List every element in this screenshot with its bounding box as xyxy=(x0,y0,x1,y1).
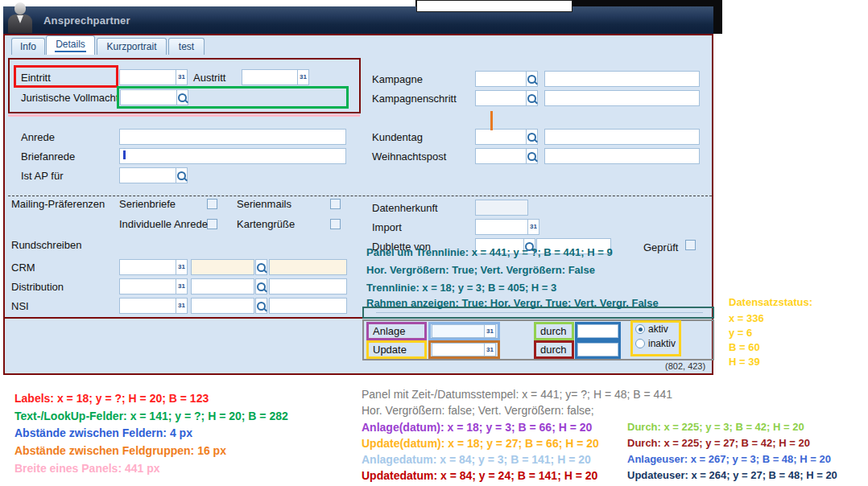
crm-lookup-button[interactable] xyxy=(255,259,267,275)
aktiv-label: aktiv xyxy=(648,323,668,336)
import-label: Import xyxy=(372,221,402,233)
kampagnenschritt-label: Kampagnenschritt xyxy=(372,93,457,105)
geprueft-checkbox[interactable] xyxy=(685,240,696,250)
annotation-trennlinie: Trennlinie: x = 18; y = 3; B = 405; H = … xyxy=(366,282,556,294)
eintritt-date-field[interactable] xyxy=(119,69,176,85)
magnifier-icon xyxy=(257,302,266,311)
weihnachtspost-lookup-button[interactable] xyxy=(526,148,538,164)
rundschreiben-label: Rundschreiben xyxy=(11,239,81,251)
geprueft-label: Geprüft xyxy=(643,241,678,253)
nsi-date-field[interactable] xyxy=(119,298,176,314)
kampagnenschritt-text-field[interactable] xyxy=(544,90,700,106)
weihnachtspost-lookup-field[interactable] xyxy=(475,148,527,164)
inaktiv-label: inaktiv xyxy=(648,338,676,350)
anlageuser-field[interactable] xyxy=(577,324,618,338)
orange-marker xyxy=(490,111,493,130)
aktiv-radio[interactable] xyxy=(635,324,645,334)
pink-divider xyxy=(8,114,360,117)
kartengruesse-checkbox[interactable] xyxy=(330,219,341,229)
durch-1-label: durch xyxy=(540,325,567,337)
magnifier-icon xyxy=(527,94,536,103)
tab-test[interactable]: test xyxy=(168,38,205,55)
updatedatum-field[interactable] xyxy=(432,343,485,356)
magnifier-icon xyxy=(178,93,187,102)
nsi-calendar-button[interactable]: 31 xyxy=(176,298,188,314)
datenherkunft-field[interactable] xyxy=(475,200,528,216)
crm-field-2[interactable] xyxy=(191,259,254,275)
tab-info-label: Info xyxy=(20,41,36,52)
anrede-label: Anrede xyxy=(21,131,55,143)
crm-calendar-button[interactable]: 31 xyxy=(176,259,188,275)
annotation-update-datum-geometry: Update(datum): x = 18; y = 27; B = 66; H… xyxy=(362,437,599,450)
tab-details-label: Details xyxy=(55,39,86,52)
ist-ap-fuer-field[interactable] xyxy=(119,167,176,183)
distribution-field-3[interactable] xyxy=(269,278,347,294)
updateuser-field[interactable] xyxy=(577,343,618,356)
durch-2-label: durch xyxy=(540,344,567,356)
magnifier-icon xyxy=(257,263,266,272)
juristische-vollmacht-lookup-button[interactable] xyxy=(176,89,188,105)
inaktiv-radio[interactable] xyxy=(635,339,645,348)
kampagnenschritt-lookup-field[interactable] xyxy=(475,90,527,106)
annotation-durch1-geometry: Durch: x = 225; y = 3; B = 42; H = 20 xyxy=(627,421,804,434)
annotation-datensatzstatus-h: H = 39 xyxy=(729,356,760,369)
weihnachtspost-text-field[interactable] xyxy=(544,148,700,164)
anlagedatum-calendar-button[interactable]: 31 xyxy=(484,324,496,338)
tab-info[interactable]: Info xyxy=(11,38,45,55)
calendar-icon: 31 xyxy=(486,347,494,353)
separator-inner-line xyxy=(376,312,703,313)
kampagne-text-field[interactable] xyxy=(544,71,700,87)
crm-date-field[interactable] xyxy=(119,259,176,275)
annotation-anlage-datum-geometry: Anlage(datum): x = 18; y = 3; B = 66; H … xyxy=(362,421,592,434)
tab-details[interactable]: Details xyxy=(46,35,95,55)
distribution-date-field[interactable] xyxy=(119,278,176,294)
window-titlebar[interactable]: Ansprechpartner xyxy=(3,6,713,34)
serienbriefe-label: Serienbriefe xyxy=(119,198,176,210)
updatedatum-calendar-button[interactable]: 31 xyxy=(484,343,496,356)
dashed-divider xyxy=(8,196,712,196)
kampagne-lookup-button[interactable] xyxy=(526,71,538,87)
juristische-vollmacht-label: Juristische Vollmacht xyxy=(21,92,118,104)
individuelle-anrede-checkbox[interactable] xyxy=(207,219,217,229)
distribution-calendar-button[interactable]: 31 xyxy=(176,278,188,294)
tab-kurzportrait[interactable]: Kurzportrait xyxy=(97,38,167,55)
anrede-field[interactable] xyxy=(119,129,346,145)
crm-field-3[interactable] xyxy=(269,259,347,275)
nsi-field-3[interactable] xyxy=(269,298,347,314)
nsi-lookup-button[interactable] xyxy=(255,298,267,314)
import-calendar-button[interactable]: 31 xyxy=(527,219,539,235)
kampagne-lookup-field[interactable] xyxy=(475,71,527,87)
kampagnenschritt-lookup-button[interactable] xyxy=(526,90,538,106)
austritt-calendar-button[interactable]: 31 xyxy=(297,69,309,85)
annotation-updateuser-geometry: Updateuser: x = 264; y = 27; B = 48; H =… xyxy=(627,469,837,482)
briefanrede-field[interactable] xyxy=(119,148,346,164)
distribution-lookup-button[interactable] xyxy=(255,278,267,294)
weihnachtspost-label: Weihnachtspost xyxy=(372,150,446,163)
juristische-vollmacht-field[interactable] xyxy=(120,89,177,105)
import-date-field[interactable] xyxy=(475,219,528,235)
eintritt-calendar-button[interactable]: 31 xyxy=(176,69,188,85)
austritt-date-field[interactable] xyxy=(242,69,298,85)
background-window-box xyxy=(416,0,572,12)
annotation-abstand-feldgruppen: Abstände zwischen Feldgruppen: 16 px xyxy=(14,444,226,457)
serienmails-checkbox[interactable] xyxy=(330,199,341,209)
kundentag-lookup-button[interactable] xyxy=(526,129,538,145)
annotation-datensatzstatus-title: Datensatzstatus: xyxy=(729,296,812,309)
magnifier-icon xyxy=(257,282,266,291)
distribution-field-2[interactable] xyxy=(191,278,254,294)
kundentag-lookup-field[interactable] xyxy=(475,129,527,145)
nsi-field-2[interactable] xyxy=(191,298,254,314)
serienmails-label: Serienmails xyxy=(237,198,291,210)
annotation-datensatzstatus-x: x = 336 xyxy=(729,312,764,325)
anlagedatum-field[interactable] xyxy=(432,324,485,338)
ist-ap-fuer-label: Ist AP für xyxy=(21,170,64,182)
tab-test-label: test xyxy=(179,41,194,52)
briefanrede-label: Briefanrede xyxy=(21,150,75,163)
serienbriefe-checkbox[interactable] xyxy=(207,199,217,209)
datenherkunft-label: Datenherkunft xyxy=(372,202,438,214)
ist-ap-fuer-lookup-button[interactable] xyxy=(176,167,188,183)
annotation-stamp-panel-resize: Hor. Vergrößern: false; Vert. Vergrößern… xyxy=(362,404,594,417)
annotation-durch2-geometry: Durch: x = 225; y = 27; B = 42; H = 20 xyxy=(627,437,810,450)
update-label: Update xyxy=(373,344,407,356)
kundentag-text-field[interactable] xyxy=(544,129,700,145)
